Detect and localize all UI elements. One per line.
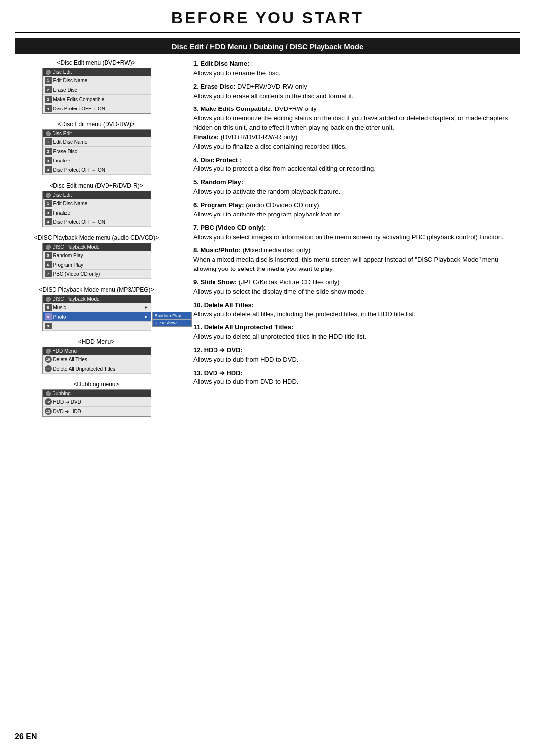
item-subtitle: DVD+RW only (273, 105, 317, 112)
submenu-popup: Random Play Slide Show (152, 312, 192, 327)
row-num: 8 (45, 304, 52, 311)
row-label: Random Play (54, 253, 149, 258)
row-num: 9 (45, 323, 52, 329)
menu-row: 3 Finalize (43, 156, 151, 165)
menu-icon-7 (46, 391, 51, 396)
page-container: BEFORE YOU START Disc Edit / HDD Menu / … (0, 0, 535, 756)
item-title: Random Play: (200, 178, 243, 186)
list-item: 2. Erase Disc: DVD+RW/DVD-RW only Allows… (193, 82, 520, 101)
list-item: 3. Make Edits Compatible: DVD+RW only Al… (193, 105, 520, 151)
row-label: Edit Disc Name (54, 201, 149, 206)
row-label: Edit Disc Name (54, 139, 149, 145)
row-label: Delete All Unprotected Titles (54, 366, 149, 372)
submenu-row: Slide Show (153, 320, 191, 326)
menu-title-label-3: Disc Edit (53, 192, 72, 198)
item-number: 4. (193, 156, 200, 163)
menu-block-dubbing: <Dubbing menu> Dubbing 12 HDD ➔ DVD 13 (15, 381, 178, 417)
menu-titlebar-1: Disc Edit (43, 68, 151, 76)
menu-row: 3 Make Edits Compatible (43, 95, 151, 104)
item-number: 2. (193, 83, 200, 90)
item-body: Allows you to protect a disc from accide… (193, 165, 375, 172)
item-body-finalize: Finalize: (DVD+R/DVD-RW/-R only)Allows y… (193, 133, 347, 150)
menu-title-label-4: DISC Playback Mode (53, 244, 100, 250)
row-num: 4 (45, 166, 52, 173)
main-content: <Disc Edit menu (DVD+RW)> Disc Edit 1 Ed… (15, 54, 520, 429)
menu-caption-4: <DISC Playback Mode menu (audio CD/VCD)> (15, 234, 178, 241)
menu-box-5: DISC Playback Mode 8 Music ► 5 Photo (42, 295, 151, 331)
item-title: Erase Disc: (200, 83, 235, 90)
menu-row: 8 Music ► (43, 303, 151, 312)
item-title: PBC (Video CD only): (200, 224, 266, 231)
list-item: 11. Delete All Unprotected Titles: Allow… (193, 323, 520, 342)
menu-rows-7: 12 HDD ➔ DVD 13 DVD ➔ HDD (43, 397, 151, 416)
menu-row: 1 Edit Disc Name (43, 199, 151, 208)
row-label: Erase Disc (54, 149, 149, 154)
item-body: Allows you to delete all unprotected tit… (193, 333, 366, 340)
menu-icon-3 (46, 193, 51, 198)
menu-row: 1 Edit Disc Name (43, 76, 151, 85)
menu-rows-5: 8 Music ► 5 Photo ► 9 (43, 303, 151, 331)
menu-caption-6: <HDD Menu> (15, 338, 178, 345)
menu-row: 10 Delete All Titles (43, 355, 151, 364)
row-label: Photo (54, 314, 144, 320)
menu-title-label-5: DISC Playback Mode (53, 296, 100, 302)
menu-titlebar-2: Disc Edit (43, 130, 151, 137)
item-body: Allows you to activate the program playb… (193, 211, 342, 218)
item-number: 8. (193, 246, 200, 254)
row-label: Disc Protect OFF→ ON (54, 167, 149, 173)
page-title: BEFORE YOU START (171, 9, 364, 27)
row-num: 4 (45, 218, 52, 225)
row-num: 12 (45, 398, 52, 405)
menu-icon-4 (46, 245, 51, 250)
menu-row: 1 Edit Disc Name (43, 137, 151, 147)
row-label: Make Edits Compatible (54, 97, 149, 102)
item-number: 10. Delete All Titles: (193, 301, 254, 309)
item-title: Program Play: (200, 201, 244, 209)
menu-box-7: Dubbing 12 HDD ➔ DVD 13 DVD ➔ HDD (42, 389, 151, 417)
menu-icon-5 (46, 297, 51, 302)
list-item: 4. Disc Protect : Allows you to protect … (193, 156, 520, 174)
menu-row: 4 Disc Protect OFF→ ON (43, 165, 151, 175)
item-number: 3. (193, 105, 200, 112)
page-number: 26 EN (15, 732, 37, 741)
menu-row: 13 DVD ➔ HDD (43, 407, 151, 416)
row-label: Edit Disc Name (54, 78, 149, 83)
page-footer: 26 EN (15, 732, 37, 741)
menu-row-selected: 5 Photo ► (43, 312, 151, 322)
item-body: Allows you to erase all contents in the … (193, 92, 354, 100)
row-num: 2 (45, 86, 52, 93)
menu-row: 4 Disc Protect OFF→ ON (43, 104, 151, 113)
item-number: 12. HDD ➔ DVD: (193, 346, 243, 354)
item-title: Disc Protect : (200, 156, 242, 163)
item-body: Allows you to rename the disc. (193, 69, 280, 77)
menu-title-label-2: Disc Edit (53, 131, 72, 136)
right-column: 1. Edit Disc Name: Allows you to rename … (183, 54, 520, 429)
item-body: Allows you to select the display time of… (193, 288, 366, 295)
menu-row: 12 HDD ➔ DVD (43, 397, 151, 407)
menu-row: 5 Random Play (43, 251, 151, 260)
page-title-bar: BEFORE YOU START (15, 0, 520, 33)
menu-row: 7 PBC (Video CD only) (43, 270, 151, 279)
menu-block-dvd-rw-minus: <Disc Edit menu (DVD-RW)> Disc Edit 1 Ed… (15, 121, 178, 175)
list-item: 1. Edit Disc Name: Allows you to rename … (193, 59, 520, 78)
item-title: Music/Photo: (200, 246, 241, 254)
row-num: 5 (45, 252, 52, 259)
menu-row: 2 Erase Disc (43, 147, 151, 156)
menu-rows-4: 5 Random Play 6 Program Play 7 PBC (Vide… (43, 251, 151, 279)
menu-block-hdd: <HDD Menu> HDD Menu 10 Delete All Titles… (15, 338, 178, 374)
item-subtitle: DVD+RW/DVD-RW only (235, 83, 307, 90)
left-column: <Disc Edit menu (DVD+RW)> Disc Edit 1 Ed… (15, 54, 183, 429)
row-label: Music (54, 305, 144, 310)
item-title: Make Edits Compatible: (200, 105, 273, 112)
row-num: 2 (45, 148, 52, 155)
list-item: 7. PBC (Video CD only): Allows you to se… (193, 223, 520, 242)
menu-titlebar-7: Dubbing (43, 390, 151, 397)
menu-icon-6 (46, 349, 51, 354)
menu-box-4: DISC Playback Mode 5 Random Play 6 Progr… (42, 243, 151, 279)
item-number: 13. DVD ➔ HDD: (193, 369, 243, 377)
row-num: 3 (45, 209, 52, 216)
list-item: 8. Music/Photo: (Mixed media disc only) … (193, 246, 520, 274)
menu-row: 4 Disc Protect OFF→ ON (43, 217, 151, 227)
menu-caption-1: <Disc Edit menu (DVD+RW)> (15, 59, 178, 66)
list-item: 13. DVD ➔ HDD: Allows you to dub from DV… (193, 369, 520, 387)
